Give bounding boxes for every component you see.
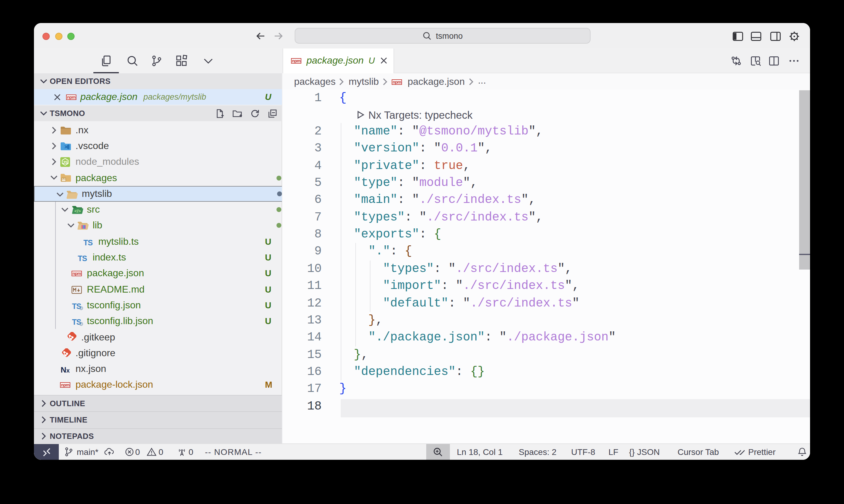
svg-text:npm: npm: [67, 95, 75, 100]
svg-text:npm: npm: [292, 58, 300, 63]
svg-text:JS: JS: [63, 160, 68, 165]
svg-text:npm: npm: [72, 271, 81, 276]
svg-text:npm: npm: [61, 383, 69, 388]
svg-text:npm: npm: [393, 79, 401, 84]
svg-text:</>: </>: [74, 209, 81, 214]
